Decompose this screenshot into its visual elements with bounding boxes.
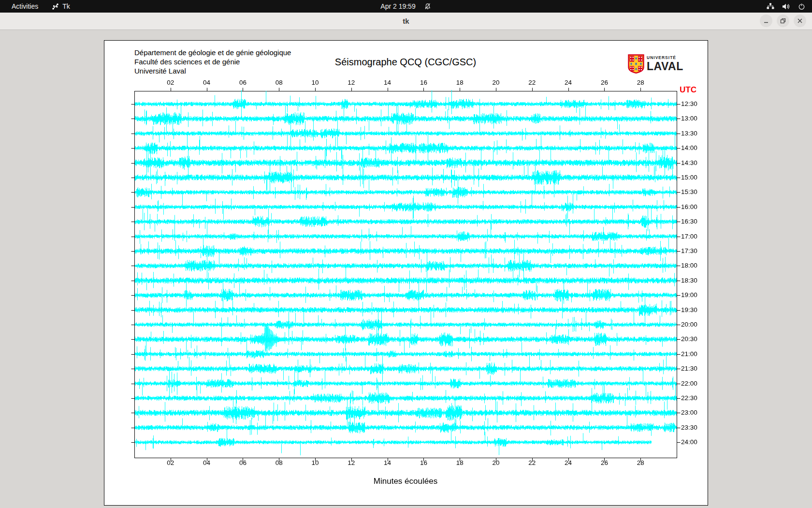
utc-time-label: 20:30 [681,335,697,343]
x-tick-label-top: 18 [456,79,464,86]
x-tick-label-top: 22 [528,79,536,86]
utc-time-label: 14:30 [681,159,697,166]
utc-time-label: 23:00 [681,409,697,416]
x-tick-label-top: 04 [203,79,210,86]
x-tick-label-top: 26 [601,79,608,86]
utc-time-label: 12:30 [681,100,697,107]
bell-slash-icon [424,3,432,10]
utc-time-label: 18:00 [681,262,697,269]
x-tick-label-bottom: 28 [637,459,644,466]
utc-time-label: 22:30 [681,394,697,402]
utc-time-label: 15:00 [681,174,697,181]
x-tick-label-bottom: 08 [276,459,283,466]
x-tick-label-bottom: 04 [203,459,210,466]
x-tick-label-top: 10 [311,79,319,86]
utc-time-label: 19:30 [681,306,697,314]
x-tick-label-top: 16 [420,79,427,86]
x-tick-label-top: 20 [492,79,499,86]
utc-time-label: 21:00 [681,350,697,358]
minimize-icon [763,18,769,24]
utc-time-label: 22:00 [681,380,697,387]
app-indicator-label: Tk [62,2,70,10]
x-tick-label-top: 12 [348,79,355,86]
x-tick-label-bottom: 14 [384,459,391,466]
utc-time-label: 13:30 [681,130,697,137]
utc-axis-title: UTC [680,85,696,95]
window-title-bar[interactable]: tk [0,13,812,30]
utc-time-label: 14:00 [681,144,697,151]
tk-app-icon [52,3,59,10]
x-tick-label-top: 02 [167,79,174,86]
close-button[interactable] [794,15,806,27]
maximize-button[interactable] [777,15,789,27]
window-title: tk [403,17,409,25]
x-tick-label-bottom: 06 [239,459,246,466]
x-tick-label-bottom: 10 [311,459,319,466]
x-tick-label-bottom: 26 [601,459,608,466]
x-tick-label-top: 24 [565,79,572,86]
network-icon[interactable] [767,3,774,10]
x-tick-label-top: 28 [637,79,644,86]
x-tick-label-bottom: 18 [456,459,464,466]
x-tick-label-top: 08 [276,79,283,86]
x-axis-title: Minutes écoulées [374,477,437,486]
x-tick-label-bottom: 16 [420,459,427,466]
clock[interactable]: Apr 2 19:59 [380,2,415,10]
close-icon [797,18,803,24]
utc-time-label: 20:00 [681,321,697,328]
utc-time-label: 13:00 [681,115,697,122]
utc-time-label: 21:30 [681,365,697,372]
utc-time-label: 16:30 [681,218,697,225]
x-tick-label-bottom: 22 [528,459,536,466]
x-tick-label-bottom: 24 [565,459,572,466]
utc-time-label: 16:00 [681,203,697,210]
utc-time-label: 17:30 [681,247,697,254]
seismogram-trace-canvas [104,41,708,505]
activities-button[interactable]: Activities [9,2,41,10]
x-tick-label-top: 06 [239,79,246,86]
power-icon[interactable] [798,3,805,10]
utc-time-label: 18:30 [681,277,697,284]
utc-time-label: 17:00 [681,233,697,240]
maximize-icon [780,18,786,24]
x-tick-label-bottom: 12 [348,459,355,466]
utc-time-label: 24:00 [681,438,697,446]
minimize-button[interactable] [760,15,772,27]
x-tick-label-bottom: 20 [492,459,499,466]
volume-icon[interactable] [782,3,790,10]
x-tick-label-bottom: 02 [167,459,174,466]
x-tick-label-top: 14 [384,79,391,86]
gnome-top-bar: Activities Tk Apr 2 19:59 [0,0,812,13]
app-indicator-tk[interactable]: Tk [52,2,70,10]
utc-time-label: 15:30 [681,188,697,195]
utc-time-label: 23:30 [681,424,697,431]
utc-time-label: 19:00 [681,291,697,299]
seismograph-window-canvas: Département de géologie et de génie géol… [104,40,708,506]
